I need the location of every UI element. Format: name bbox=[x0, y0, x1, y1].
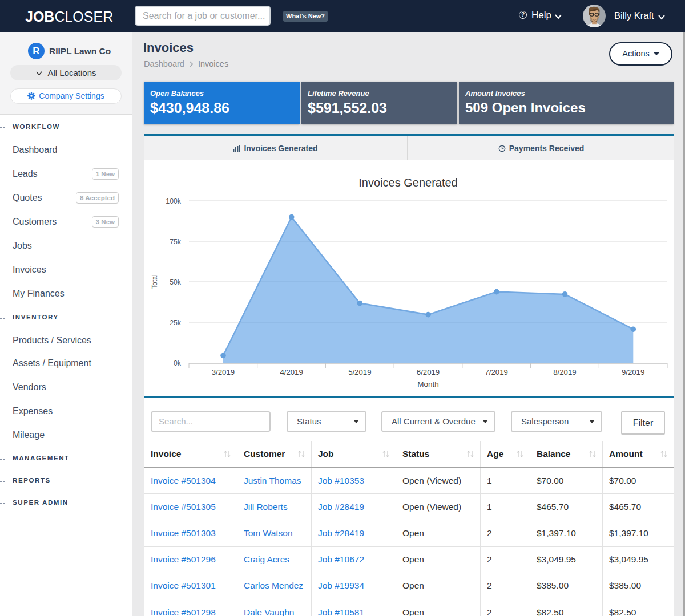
svg-text:5/2019: 5/2019 bbox=[348, 368, 371, 376]
svg-text:9/2019: 9/2019 bbox=[622, 368, 644, 376]
svg-text:50k: 50k bbox=[170, 278, 182, 286]
svg-text:25k: 25k bbox=[170, 319, 182, 327]
svg-text:75k: 75k bbox=[170, 238, 182, 246]
svg-text:3/2019: 3/2019 bbox=[212, 368, 235, 376]
svg-text:4/2019: 4/2019 bbox=[280, 368, 303, 376]
svg-text:Month: Month bbox=[417, 380, 439, 388]
svg-text:Invoices Generated: Invoices Generated bbox=[358, 176, 457, 189]
svg-text:6/2019: 6/2019 bbox=[417, 368, 440, 376]
svg-text:100k: 100k bbox=[166, 197, 182, 205]
svg-text:7/2019: 7/2019 bbox=[485, 368, 508, 376]
svg-text:Total: Total bbox=[151, 274, 159, 289]
svg-text:0k: 0k bbox=[174, 359, 182, 367]
svg-text:8/2019: 8/2019 bbox=[553, 368, 576, 376]
